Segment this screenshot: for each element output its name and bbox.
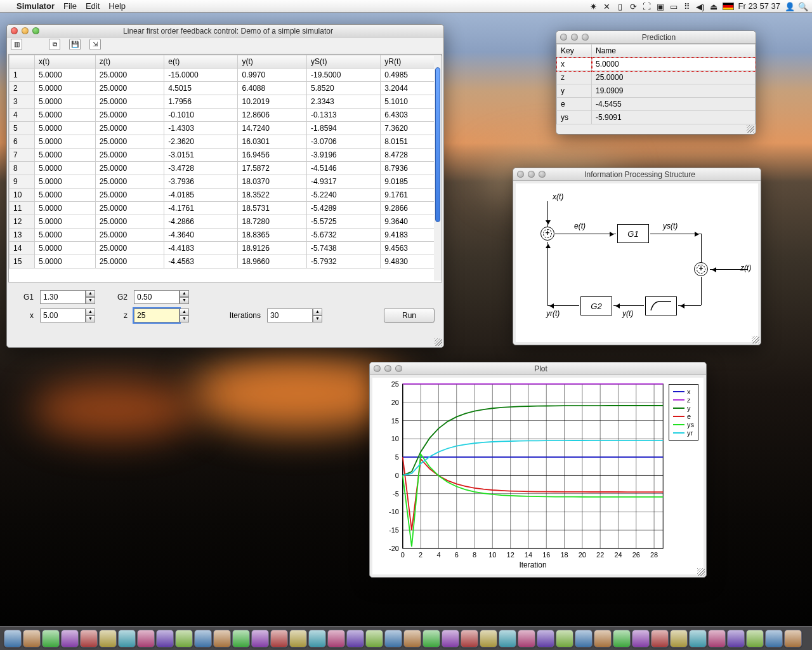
dock-app-icon[interactable] xyxy=(765,630,783,647)
export-button[interactable]: ⇲ xyxy=(89,39,101,50)
dock-app-icon[interactable] xyxy=(99,630,117,647)
prediction-titlebar[interactable]: Prediction xyxy=(556,31,756,44)
resize-grip-icon[interactable] xyxy=(752,336,759,343)
dock-app-icon[interactable] xyxy=(403,630,421,647)
dock-app-icon[interactable] xyxy=(689,630,707,647)
table-row[interactable]: e-4.5455 xyxy=(557,98,756,111)
dock-app-icon[interactable] xyxy=(118,630,136,647)
flag-de-icon[interactable] xyxy=(723,3,734,10)
structure-titlebar[interactable]: Information Processing Structure xyxy=(513,168,761,181)
dock-app-icon[interactable] xyxy=(80,630,98,647)
dock-app-icon[interactable] xyxy=(746,630,764,647)
run-button[interactable]: Run xyxy=(384,308,435,323)
dock-app-icon[interactable] xyxy=(518,630,535,647)
g1-input[interactable]: ▲▼ xyxy=(40,290,103,304)
table-row[interactable]: z25.0000 xyxy=(557,71,756,84)
menu-help[interactable]: Help xyxy=(108,1,126,11)
dock-app-icon[interactable] xyxy=(289,630,307,647)
dock-app-icon[interactable] xyxy=(270,630,288,647)
stepper-down-icon[interactable]: ▼ xyxy=(180,297,189,304)
table-row[interactable]: 15.000025.0000-15.00000.9970-19.50000.49… xyxy=(10,69,442,82)
dock-app-icon[interactable] xyxy=(194,630,212,647)
dock-app-icon[interactable] xyxy=(727,630,745,647)
simulator-titlebar[interactable]: Linear first order feedback control: Dem… xyxy=(7,25,443,37)
menubar-clock[interactable]: Fr 23 57 37 xyxy=(738,1,781,11)
text-input-icon[interactable]: ⠿ xyxy=(683,2,691,11)
dock-app-icon[interactable] xyxy=(137,630,155,647)
new-doc-button[interactable]: ▥ xyxy=(11,39,22,50)
save-button[interactable]: 💾 xyxy=(69,39,81,50)
stepper-up-icon[interactable]: ▲ xyxy=(86,308,95,315)
resize-grip-icon[interactable] xyxy=(747,125,754,133)
dock-app-icon[interactable] xyxy=(61,630,79,647)
table-row[interactable]: 65.000025.0000-2.362016.0301-3.07068.015… xyxy=(10,135,442,149)
table-row[interactable]: 85.000025.0000-3.472817.5872-4.51468.793… xyxy=(10,162,442,175)
dock-app-icon[interactable] xyxy=(232,630,250,647)
dock-app-icon[interactable] xyxy=(251,630,269,647)
dock-app-icon[interactable] xyxy=(384,630,402,647)
table-row[interactable]: 75.000025.0000-3.015116.9456-3.91968.472… xyxy=(10,149,442,162)
display-icon[interactable]: ▭ xyxy=(669,2,678,11)
table-row[interactable]: 135.000025.0000-4.364018.8365-5.67329.41… xyxy=(10,229,442,242)
dock-app-icon[interactable] xyxy=(480,630,497,647)
menu-file[interactable]: File xyxy=(63,1,77,11)
scrollbar-thumb[interactable] xyxy=(435,67,440,222)
stepper-down-icon[interactable]: ▼ xyxy=(313,315,322,322)
user-icon[interactable]: 👤 xyxy=(785,2,794,11)
dock-app-icon[interactable] xyxy=(670,630,688,647)
resize-grip-icon[interactable] xyxy=(435,338,442,346)
copy-button[interactable]: ⧉ xyxy=(49,39,60,50)
dock-app-icon[interactable] xyxy=(537,630,554,647)
table-row[interactable]: 155.000025.0000-4.456318.9660-5.79329.48… xyxy=(10,255,442,269)
dock-app-icon[interactable] xyxy=(556,630,573,647)
stepper-down-icon[interactable]: ▼ xyxy=(180,315,189,322)
stepper-up-icon[interactable]: ▲ xyxy=(313,308,322,315)
timemachine-icon[interactable]: ⟳ xyxy=(629,2,638,11)
dock-app-icon[interactable] xyxy=(784,630,802,647)
dock-app-icon[interactable] xyxy=(4,630,22,647)
dock-app-icon[interactable] xyxy=(708,630,726,647)
volume-icon[interactable]: ◀) xyxy=(696,2,705,11)
stepper-up-icon[interactable]: ▲ xyxy=(180,290,189,297)
results-table[interactable]: x(t)z(t)e(t)y(t)yS(t)yR(t) 15.000025.000… xyxy=(8,54,442,282)
binoculars-icon[interactable]: ⛶ xyxy=(643,2,652,11)
stepper-down-icon[interactable]: ▼ xyxy=(86,297,95,304)
table-row[interactable]: 55.000025.0000-1.430314.7240-1.85947.362… xyxy=(10,122,442,135)
dock-app-icon[interactable] xyxy=(613,630,631,647)
dock-app-icon[interactable] xyxy=(327,630,345,647)
stepper-up-icon[interactable]: ▲ xyxy=(180,308,189,315)
dock-app-icon[interactable] xyxy=(156,630,174,647)
eject-icon[interactable]: ⏏ xyxy=(709,2,718,11)
table-row[interactable]: 115.000025.0000-4.176118.5731-5.42899.28… xyxy=(10,202,442,215)
dock-app-icon[interactable] xyxy=(308,630,326,647)
dock-app-icon[interactable] xyxy=(461,630,478,647)
app-menu[interactable]: Simulator xyxy=(16,1,55,11)
table-row[interactable]: x5.0000 xyxy=(557,58,756,71)
table-row[interactable]: y19.0909 xyxy=(557,84,756,98)
prediction-table[interactable]: Key Name x5.0000z25.0000y19.0909e-4.5455… xyxy=(556,44,756,124)
dock-app-icon[interactable] xyxy=(346,630,364,647)
spotlight-icon[interactable]: 🔍 xyxy=(798,2,807,11)
stepper-up-icon[interactable]: ▲ xyxy=(86,290,95,297)
dock-app-icon[interactable] xyxy=(651,630,669,647)
g2-input[interactable]: ▲▼ xyxy=(134,290,197,304)
table-row[interactable]: 125.000025.0000-4.286618.7280-5.57259.36… xyxy=(10,215,442,229)
dock-app-icon[interactable] xyxy=(632,630,650,647)
resize-grip-icon[interactable] xyxy=(697,568,705,576)
table-row[interactable]: 35.000025.00001.795610.20192.33435.1010 xyxy=(10,95,442,109)
stepper-down-icon[interactable]: ▼ xyxy=(86,315,95,322)
dock-app-icon[interactable] xyxy=(213,630,231,647)
dock-app-icon[interactable] xyxy=(499,630,516,647)
camera-icon[interactable]: ▣ xyxy=(656,2,665,11)
table-row[interactable]: 45.000025.0000-0.101012.8606-0.13136.430… xyxy=(10,109,442,122)
x-input[interactable]: ▲▼ xyxy=(40,308,103,322)
dock-app-icon[interactable] xyxy=(442,630,459,647)
status-icon[interactable]: ✕ xyxy=(603,2,612,11)
dock-app-icon[interactable] xyxy=(594,630,612,647)
table-row[interactable]: 105.000025.0000-4.018518.3522-5.22409.17… xyxy=(10,189,442,202)
z-input[interactable]: ▲▼ xyxy=(134,308,197,322)
dock-app-icon[interactable] xyxy=(365,630,383,647)
table-row[interactable]: 95.000025.0000-3.793618.0370-4.93179.018… xyxy=(10,175,442,189)
iterations-input[interactable]: ▲▼ xyxy=(267,308,331,322)
dock-app-icon[interactable] xyxy=(42,630,60,647)
